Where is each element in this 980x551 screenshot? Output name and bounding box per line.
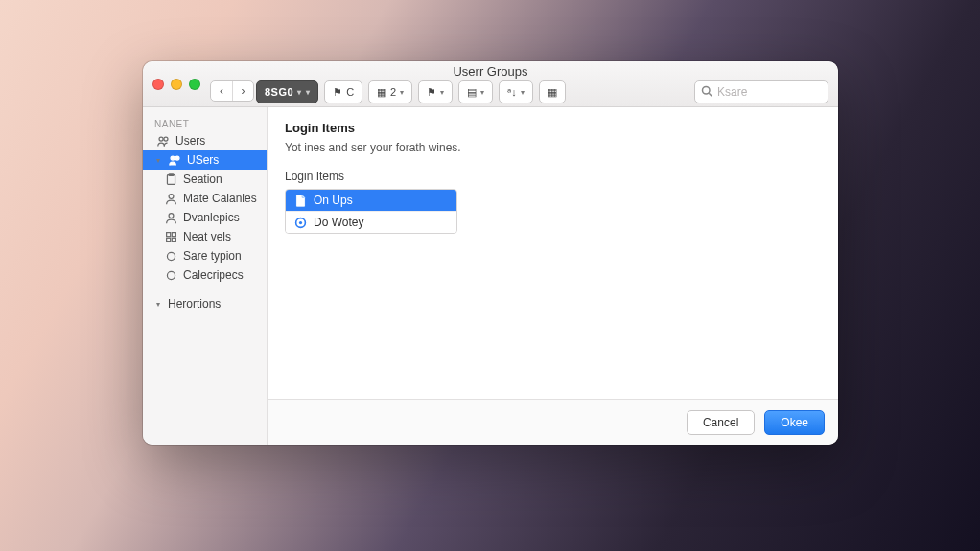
sidebar-item-calecripecs[interactable]: Calecripecs (143, 265, 267, 285)
flag-icon: ⚑ (333, 86, 342, 99)
close-window-button[interactable] (152, 79, 164, 90)
content-area: Login Items Yot ines and ser your forath… (268, 107, 838, 399)
sidebar-item-label: Mate Calanles (183, 192, 257, 205)
users-icon (168, 153, 181, 167)
chevron-down-icon: ▾ (521, 88, 525, 97)
sidebar-item-label: Dvanlepics (183, 211, 240, 224)
svg-point-4 (171, 156, 175, 160)
toolbar-tag-button[interactable]: ⚑ ▾ (418, 80, 453, 103)
toolbar-sort-button[interactable]: ᵃ↓ ▾ (499, 80, 533, 103)
login-items-list: On Ups Do Wotey (285, 189, 457, 234)
columns-icon: ▦ (548, 86, 557, 99)
svg-point-3 (163, 137, 167, 141)
sidebar-item-users-selected[interactable]: ▾ USers (143, 150, 267, 170)
svg-point-14 (167, 252, 175, 260)
sidebar-item-users[interactable]: Users (143, 131, 267, 150)
zoom-window-button[interactable] (189, 79, 200, 90)
segmented-primary-button[interactable]: 8SG0 ▾ ▾ (256, 80, 318, 103)
cancel-button[interactable]: Cancel (687, 410, 755, 435)
window-body: NANET Users ▾ USers Seation Mate Calanle (143, 107, 838, 445)
svg-rect-6 (167, 174, 175, 184)
tag-icon: ⚑ (427, 86, 436, 99)
login-items-label: Login Items (285, 170, 821, 183)
grid-icon: ▦ (377, 86, 386, 99)
sidebar-item-label: Sare typion (183, 249, 242, 263)
chevron-down-icon: ▾ (156, 300, 160, 309)
chevron-down-icon: ▾ (480, 88, 484, 97)
nav-arrows: ‹ › (210, 80, 254, 102)
toolbar-count-button[interactable]: ▦ 2 ▾ (368, 80, 412, 103)
svg-point-17 (298, 220, 301, 223)
window-titlebar: Userr Groups ‹ › 8SG0 ▾ ▾ ⚑ C ▦ 2 ▾ (143, 61, 838, 107)
toolbar-columns-button[interactable]: ▦ (539, 80, 566, 103)
sidebar-item-label: Users (175, 134, 205, 148)
login-item-label: On Ups (314, 194, 353, 207)
sidebar-item-label: Neat vels (183, 230, 231, 243)
chevron-down-icon: ▾ (400, 88, 404, 97)
footer-bar: Cancel Okee (268, 399, 838, 445)
svg-rect-12 (166, 238, 170, 241)
chevron-down-icon: ▾ (297, 88, 302, 97)
svg-rect-13 (172, 238, 175, 241)
toolbar-c-label: C (346, 86, 354, 98)
desktop-background: Userr Groups ‹ › 8SG0 ▾ ▾ ⚑ C ▦ 2 ▾ (0, 0, 980, 551)
sidebar-item-mate-calanles[interactable]: Mate Calanles (143, 189, 267, 208)
svg-point-2 (159, 137, 163, 141)
svg-point-9 (169, 213, 174, 218)
page-description: Yot ines and ser your forath wines. (285, 141, 821, 154)
svg-point-0 (703, 87, 711, 95)
svg-point-8 (169, 194, 174, 198)
toolbar: 8SG0 ▾ ▾ ⚑ C ▦ 2 ▾ ⚑ ▾ ▤ (256, 80, 566, 103)
search-icon (701, 83, 712, 101)
view-icon: ▤ (467, 86, 477, 99)
users-icon (156, 134, 170, 148)
preferences-window: Userr Groups ‹ › 8SG0 ▾ ▾ ⚑ C ▦ 2 ▾ (143, 61, 838, 445)
sidebar-item-herortions[interactable]: ▾ Herortions (143, 294, 267, 313)
nav-back-button[interactable]: ‹ (211, 81, 232, 101)
svg-line-1 (709, 93, 712, 96)
login-item-row[interactable]: Do Wotey (286, 211, 456, 233)
svg-point-5 (175, 156, 178, 160)
disc-icon (293, 216, 307, 229)
minimize-window-button[interactable] (171, 79, 182, 90)
sort-icon: ᵃ↓ (507, 86, 517, 99)
sidebar-item-label: Herortions (168, 297, 221, 310)
sidebar-item-label: Seation (183, 172, 222, 186)
circle-icon (164, 268, 177, 282)
login-item-row[interactable]: On Ups (286, 190, 456, 211)
chevron-down-icon: ▾ (306, 88, 311, 97)
grid-icon (164, 230, 177, 243)
person-icon (164, 192, 177, 205)
window-title: Userr Groups (143, 64, 838, 79)
sidebar-section-header: NANET (143, 115, 267, 131)
segmented-primary-label: 8SG0 (265, 86, 293, 98)
circle-icon (164, 249, 177, 263)
sidebar-item-neat-vels[interactable]: Neat vels (143, 227, 267, 246)
search-input[interactable] (717, 85, 822, 99)
chevron-down-icon: ▾ (440, 88, 444, 97)
document-icon (293, 194, 307, 207)
clipboard-icon (164, 172, 177, 186)
traffic-lights (152, 79, 200, 90)
chevron-down-icon: ▾ (156, 156, 160, 165)
toolbar-flag-button[interactable]: ⚑ C (324, 80, 362, 103)
sidebar-item-label: USers (187, 153, 219, 167)
nav-forward-button[interactable]: › (232, 81, 253, 101)
sidebar-item-dvanlepics[interactable]: Dvanlepics (143, 208, 267, 227)
search-box[interactable] (694, 80, 828, 103)
svg-rect-10 (166, 232, 170, 236)
toolbar-view-button[interactable]: ▤ ▾ (458, 80, 493, 103)
main-pane: Login Items Yot ines and ser your forath… (268, 107, 838, 445)
svg-rect-11 (172, 232, 175, 236)
sidebar-item-seation[interactable]: Seation (143, 170, 267, 189)
sidebar-item-sare-typion[interactable]: Sare typion (143, 246, 267, 265)
person-icon (164, 211, 177, 224)
ok-button[interactable]: Okee (764, 410, 825, 435)
sidebar: NANET Users ▾ USers Seation Mate Calanle (143, 107, 268, 445)
toolbar-count-label: 2 (390, 86, 396, 98)
page-heading: Login Items (285, 121, 821, 135)
svg-point-15 (167, 271, 175, 279)
sidebar-item-label: Calecripecs (183, 268, 244, 282)
login-item-label: Do Wotey (314, 216, 363, 229)
